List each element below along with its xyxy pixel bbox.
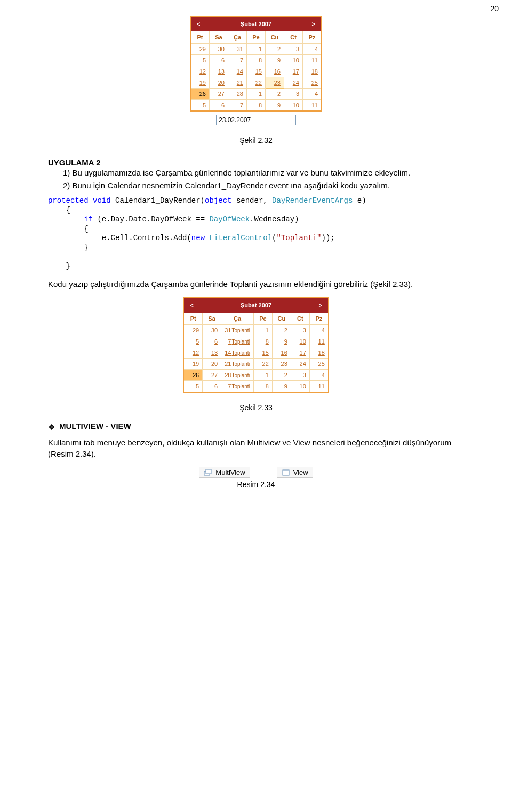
calendar-day[interactable]: 10 xyxy=(291,336,309,347)
calendar-day[interactable]: 22 xyxy=(253,359,272,370)
calendar-day[interactable]: 10 xyxy=(291,381,309,393)
calendar-day[interactable]: 21Toplanti xyxy=(221,359,254,370)
calendar-day[interactable]: 1 xyxy=(247,44,266,55)
calendar-day[interactable]: 2 xyxy=(266,44,284,55)
calendar-day[interactable]: 29 xyxy=(183,325,203,336)
calendar-day[interactable]: 17 xyxy=(284,66,303,77)
calendar-day[interactable]: 21 xyxy=(228,77,247,89)
calendar-day[interactable]: 23 xyxy=(266,77,284,89)
calendar-day[interactable]: 26 xyxy=(190,89,210,100)
toolbox-item-multiview[interactable]: MultiView xyxy=(199,467,250,478)
calendar-day[interactable]: 14 xyxy=(228,66,247,77)
calendar-day[interactable]: 3 xyxy=(291,370,309,381)
weekday-header: Pt xyxy=(183,313,203,325)
calendar-day[interactable]: 5 xyxy=(183,336,203,347)
calendar-day[interactable]: 1 xyxy=(253,325,272,336)
calendar-1: <Şubat 2007>PtSaÇaPeCuCtPz29303112345678… xyxy=(190,16,322,112)
calendar-day[interactable]: 24 xyxy=(291,359,309,370)
calendar-day[interactable]: 31Toplanti xyxy=(221,325,254,336)
calendar-day[interactable]: 25 xyxy=(303,77,322,89)
calendar-day[interactable]: 8 xyxy=(247,100,266,112)
calendar-day[interactable]: 15 xyxy=(247,66,266,77)
heading-multiview: MULTIVIEW - VIEW xyxy=(59,421,131,431)
calendar-day[interactable]: 9 xyxy=(272,336,291,347)
calendar-day[interactable]: 5 xyxy=(190,100,210,112)
calendar-day[interactable]: 31 xyxy=(228,44,247,55)
calendar-day[interactable]: 30 xyxy=(203,325,221,336)
figure-caption-3: Resim 2.34 xyxy=(48,480,464,489)
calendar-day[interactable]: 20 xyxy=(203,359,221,370)
calendar-prev[interactable]: < xyxy=(194,21,203,27)
calendar-day[interactable]: 25 xyxy=(309,359,329,370)
figure-caption-2: Şekil 2.33 xyxy=(48,403,464,412)
calendar-day[interactable]: 6 xyxy=(210,100,228,112)
calendar-day[interactable]: 6 xyxy=(203,381,221,393)
calendar-day[interactable]: 27 xyxy=(210,89,228,100)
calendar-day[interactable]: 3 xyxy=(284,89,303,100)
calendar-day[interactable]: 2 xyxy=(266,89,284,100)
calendar-day[interactable]: 19 xyxy=(183,359,203,370)
calendar-day[interactable]: 3 xyxy=(291,325,309,336)
date-textbox[interactable] xyxy=(216,115,296,125)
calendar-day[interactable]: 4 xyxy=(303,89,322,100)
calendar-next[interactable]: > xyxy=(315,302,325,308)
list-item: 2) Bunu için Calendar nesnemizin Calenda… xyxy=(63,180,464,191)
calendar-day[interactable]: 10 xyxy=(284,55,303,66)
calendar-day[interactable]: 12 xyxy=(183,347,203,359)
list-item: 1) Bu uygulamamızda ise Çarşamba günleri… xyxy=(63,167,464,178)
calendar-day[interactable]: 27 xyxy=(203,370,221,381)
calendar-day[interactable]: 1 xyxy=(253,370,272,381)
calendar-day[interactable]: 23 xyxy=(272,359,291,370)
calendar-day[interactable]: 4 xyxy=(309,325,329,336)
calendar-next[interactable]: > xyxy=(309,21,318,27)
calendar-day[interactable]: 5 xyxy=(183,381,203,393)
calendar-day[interactable]: 22 xyxy=(247,77,266,89)
calendar-day[interactable]: 6 xyxy=(203,336,221,347)
calendar-day[interactable]: 13 xyxy=(203,347,221,359)
calendar-day[interactable]: 8 xyxy=(247,55,266,66)
toolbox-item-view[interactable]: View xyxy=(277,467,313,478)
calendar-day[interactable]: 5 xyxy=(190,55,210,66)
calendar-day[interactable]: 11 xyxy=(303,100,322,112)
calendar-day[interactable]: 11 xyxy=(303,55,322,66)
calendar-day[interactable]: 16 xyxy=(272,347,291,359)
calendar-day[interactable]: 29 xyxy=(190,44,210,55)
calendar-day[interactable]: 4 xyxy=(303,44,322,55)
calendar-day[interactable]: 7 xyxy=(228,100,247,112)
calendar-day[interactable]: 13 xyxy=(210,66,228,77)
calendar-day[interactable]: 24 xyxy=(284,77,303,89)
calendar-day[interactable]: 9 xyxy=(272,381,291,393)
calendar-title: Şubat 2007 xyxy=(214,301,298,309)
calendar-day[interactable]: 9 xyxy=(266,100,284,112)
calendar-day[interactable]: 11 xyxy=(309,381,329,393)
calendar-day[interactable]: 2 xyxy=(272,370,291,381)
calendar-day[interactable]: 18 xyxy=(303,66,322,77)
calendar-day[interactable]: 11 xyxy=(309,336,329,347)
page-number: 20 xyxy=(490,4,499,13)
calendar-day[interactable]: 7Toplanti xyxy=(221,336,254,347)
calendar-day[interactable]: 15 xyxy=(253,347,272,359)
calendar-day[interactable]: 4 xyxy=(309,370,329,381)
calendar-day[interactable]: 8 xyxy=(253,381,272,393)
calendar-day[interactable]: 28Toplanti xyxy=(221,370,254,381)
calendar-prev[interactable]: < xyxy=(187,302,196,308)
calendar-day[interactable]: 2 xyxy=(272,325,291,336)
calendar-day[interactable]: 19 xyxy=(190,77,210,89)
calendar-day[interactable]: 7Toplanti xyxy=(221,381,254,393)
calendar-day[interactable]: 18 xyxy=(309,347,329,359)
calendar-day[interactable]: 26 xyxy=(183,370,203,381)
calendar-day[interactable]: 28 xyxy=(228,89,247,100)
calendar-day[interactable]: 7 xyxy=(228,55,247,66)
calendar-day[interactable]: 8 xyxy=(253,336,272,347)
calendar-day[interactable]: 14Toplanti xyxy=(221,347,254,359)
calendar-day[interactable]: 6 xyxy=(210,55,228,66)
calendar-day[interactable]: 17 xyxy=(291,347,309,359)
calendar-day[interactable]: 20 xyxy=(210,77,228,89)
calendar-day[interactable]: 16 xyxy=(266,66,284,77)
calendar-day[interactable]: 10 xyxy=(284,100,303,112)
calendar-day[interactable]: 12 xyxy=(190,66,210,77)
calendar-day[interactable]: 30 xyxy=(210,44,228,55)
calendar-day[interactable]: 3 xyxy=(284,44,303,55)
calendar-day[interactable]: 1 xyxy=(247,89,266,100)
calendar-day[interactable]: 9 xyxy=(266,55,284,66)
